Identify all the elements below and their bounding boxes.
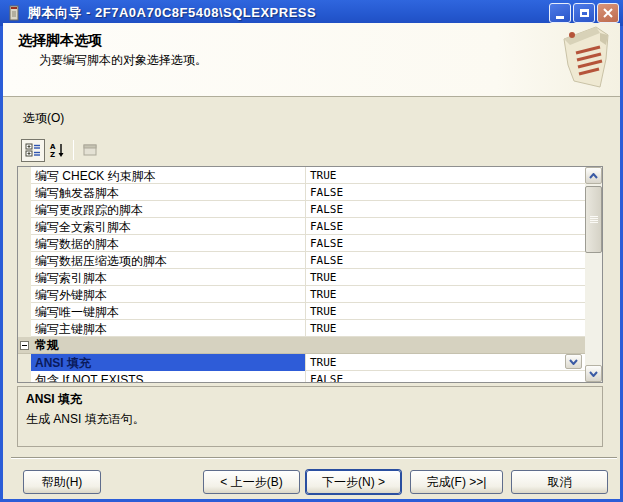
- row-gutter: [18, 201, 31, 218]
- property-name[interactable]: 编写触发器脚本: [31, 184, 305, 201]
- scroll-down-button[interactable]: [585, 365, 602, 382]
- back-button[interactable]: < 上一步(B): [203, 470, 300, 494]
- property-value[interactable]: TRUE: [305, 286, 585, 303]
- property-row[interactable]: 编写更改跟踪的脚本FALSE: [18, 201, 585, 218]
- chevron-up-icon: [589, 173, 598, 179]
- chevron-down-icon: [589, 371, 598, 377]
- row-gutter: [18, 218, 31, 235]
- property-value[interactable]: TRUE: [305, 269, 585, 286]
- row-gutter: [18, 184, 31, 201]
- property-value[interactable]: FALSE: [305, 218, 585, 235]
- row-gutter: [18, 303, 31, 320]
- category-row[interactable]: 常规: [18, 337, 585, 354]
- maximize-icon: [580, 9, 589, 17]
- scrollbar-thumb[interactable]: [585, 186, 602, 253]
- property-name[interactable]: ANSI 填充: [31, 354, 305, 371]
- property-name[interactable]: 编写数据的脚本: [31, 235, 305, 252]
- property-name[interactable]: 包含 If NOT EXISTS: [31, 371, 305, 382]
- categorized-button[interactable]: [21, 139, 45, 162]
- property-name[interactable]: 编写数据压缩选项的脚本: [31, 252, 305, 269]
- toolbar-separator: [73, 140, 74, 160]
- property-value[interactable]: FALSE: [305, 252, 585, 269]
- description-title: ANSI 填充: [26, 391, 594, 408]
- finish-button[interactable]: 完成(F) >>|: [410, 470, 503, 494]
- svg-text:Z: Z: [50, 151, 55, 158]
- property-name[interactable]: 编写更改跟踪的脚本: [31, 201, 305, 218]
- property-value[interactable]: TRUE: [305, 354, 585, 371]
- property-value[interactable]: TRUE: [305, 167, 585, 184]
- row-gutter: [18, 269, 31, 286]
- row-gutter: [18, 235, 31, 252]
- property-pages-icon: [82, 142, 98, 158]
- property-row[interactable]: 编写唯一键脚本TRUE: [18, 303, 585, 320]
- scroll-up-button[interactable]: [585, 167, 602, 184]
- property-name[interactable]: 编写唯一键脚本: [31, 303, 305, 320]
- property-name[interactable]: 编写索引脚本: [31, 269, 305, 286]
- categorized-icon: [25, 142, 41, 158]
- row-gutter: [18, 167, 31, 184]
- property-value[interactable]: TRUE: [305, 320, 585, 337]
- property-name[interactable]: 编写 CHECK 约束脚本: [31, 167, 305, 184]
- row-gutter: [18, 371, 31, 382]
- page-subtitle: 为要编写脚本的对象选择选项。: [39, 52, 207, 69]
- next-button[interactable]: 下一步(N) >: [306, 470, 401, 494]
- property-row[interactable]: 编写外键脚本TRUE: [18, 286, 585, 303]
- property-description-panel: ANSI 填充 生成 ANSI 填充语句。: [17, 386, 603, 447]
- collapse-icon[interactable]: [20, 341, 29, 350]
- options-property-grid: 编写 CHECK 约束脚本TRUE编写触发器脚本FALSE编写更改跟踪的脚本FA…: [17, 166, 603, 383]
- alphabetical-sort-button[interactable]: A Z: [45, 139, 69, 162]
- script-scroll-icon: [556, 25, 614, 91]
- close-icon: [603, 8, 613, 18]
- property-value[interactable]: FALSE: [305, 201, 585, 218]
- property-row[interactable]: 编写主键脚本TRUE: [18, 320, 585, 337]
- svg-text:A: A: [50, 143, 56, 151]
- button-separator: [11, 457, 617, 459]
- property-value[interactable]: FALSE: [305, 235, 585, 252]
- row-gutter: [18, 286, 31, 303]
- row-gutter: [18, 252, 31, 269]
- property-row[interactable]: 编写全文索引脚本FALSE: [18, 218, 585, 235]
- wizard-header: 选择脚本选项 为要编写脚本的对象选择选项。: [3, 23, 620, 97]
- row-gutter: [18, 320, 31, 337]
- property-name[interactable]: 编写主键脚本: [31, 320, 305, 337]
- vertical-scrollbar[interactable]: [585, 167, 602, 382]
- thumb-grip-icon: [590, 216, 598, 224]
- grid-toolbar: A Z: [21, 138, 102, 162]
- minimize-button[interactable]: [549, 3, 571, 23]
- page-title: 选择脚本选项: [18, 32, 102, 50]
- minimize-icon: [556, 16, 564, 19]
- close-button[interactable]: [597, 3, 619, 23]
- property-row[interactable]: 编写 CHECK 约束脚本TRUE: [18, 167, 585, 184]
- property-row[interactable]: 包含 If NOT EXISTSFALSE: [18, 371, 585, 382]
- property-row[interactable]: ANSI 填充TRUE: [18, 354, 585, 371]
- property-value[interactable]: TRUE: [305, 303, 585, 320]
- chevron-down-icon: [569, 359, 578, 365]
- property-value[interactable]: FALSE: [305, 184, 585, 201]
- property-row[interactable]: 编写数据的脚本FALSE: [18, 235, 585, 252]
- help-button[interactable]: 帮助(H): [23, 470, 101, 494]
- wizard-app-icon: [7, 5, 23, 21]
- cancel-button[interactable]: 取消: [511, 470, 608, 494]
- property-row[interactable]: 编写索引脚本TRUE: [18, 269, 585, 286]
- property-row[interactable]: 编写触发器脚本FALSE: [18, 184, 585, 201]
- value-dropdown-button[interactable]: [565, 354, 582, 369]
- script-wizard-dialog: 脚本向导 - 2F7A0A70C8F5408\SQLEXPRESS 选择脚本选项…: [0, 0, 623, 502]
- window-title: 脚本向导 - 2F7A0A70C8F5408\SQLEXPRESS: [28, 4, 316, 22]
- property-value[interactable]: FALSE: [305, 371, 585, 382]
- options-label: 选项(O): [23, 110, 64, 127]
- property-pages-button[interactable]: [78, 139, 102, 162]
- property-name[interactable]: 编写外键脚本: [31, 286, 305, 303]
- property-name[interactable]: 编写全文索引脚本: [31, 218, 305, 235]
- description-text: 生成 ANSI 填充语句。: [26, 411, 594, 428]
- alphabetical-sort-icon: A Z: [49, 142, 65, 158]
- maximize-button[interactable]: [573, 3, 595, 23]
- row-gutter: [18, 354, 31, 371]
- property-grid-rows: 编写 CHECK 约束脚本TRUE编写触发器脚本FALSE编写更改跟踪的脚本FA…: [18, 167, 585, 382]
- category-label: 常规: [35, 337, 59, 354]
- property-row[interactable]: 编写数据压缩选项的脚本FALSE: [18, 252, 585, 269]
